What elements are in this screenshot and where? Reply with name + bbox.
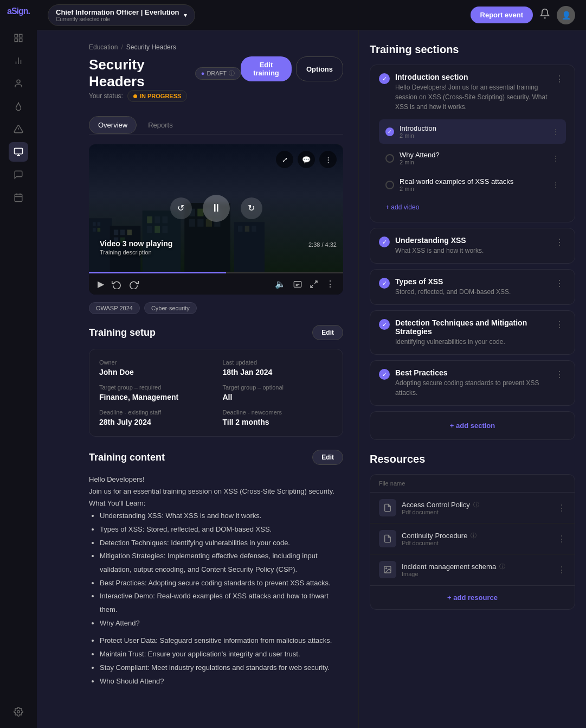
resource-incident-name: Incident management schema ⓘ bbox=[402, 563, 552, 571]
section-best-practices-desc: Adopting secure coding standards to prev… bbox=[395, 378, 548, 398]
edit-training-button[interactable]: Edit training bbox=[241, 56, 292, 81]
section-intro-info: Introduction section Hello Developers! J… bbox=[395, 73, 548, 112]
sub-intro-menu[interactable]: ⋮ bbox=[552, 127, 559, 136]
title-row: Security Headers ● DRAFT ⓘ bbox=[89, 56, 241, 90]
sidebar-item-education[interactable] bbox=[9, 142, 28, 162]
sidebar-item-messages[interactable] bbox=[9, 165, 28, 184]
sub-intro-title: Introduction bbox=[400, 124, 546, 132]
sidebar-item-analytics[interactable] bbox=[9, 51, 28, 71]
forward-bar-button[interactable] bbox=[129, 279, 139, 289]
resource-icon-pdf bbox=[379, 499, 396, 516]
video-center-controls: ↺ ⏸ ↻ bbox=[170, 195, 262, 222]
rewind-bar-button[interactable] bbox=[112, 279, 121, 289]
svg-rect-1 bbox=[20, 34, 22, 37]
volume-icon[interactable]: 🔈 bbox=[275, 279, 286, 289]
sidebar-item-warnings[interactable] bbox=[9, 119, 28, 139]
svg-rect-25 bbox=[120, 229, 125, 235]
section-types-menu[interactable]: ⋮ bbox=[553, 277, 566, 290]
sidebar-item-users[interactable] bbox=[9, 74, 28, 93]
page-header: Security Headers ● DRAFT ⓘ Your status: … bbox=[89, 56, 343, 110]
owner-label: Owner bbox=[99, 359, 210, 366]
role-selector[interactable]: Chief Information Officer | Everlution C… bbox=[48, 4, 195, 26]
sidebar-item-dashboard[interactable] bbox=[9, 28, 28, 48]
section-card-intro-header[interactable]: ✓ Introduction section Hello Developers!… bbox=[370, 65, 575, 119]
training-intro: Hello Developers! Join us for an essenti… bbox=[89, 474, 343, 509]
section-understanding-header[interactable]: ✓ Understanding XSS What XSS is and how … bbox=[370, 228, 575, 263]
section-intro-title: Introduction section bbox=[395, 73, 548, 81]
play-button[interactable]: ▶ bbox=[98, 279, 104, 289]
chat-icon[interactable]: 💬 bbox=[298, 151, 315, 168]
resource-continuity-menu[interactable]: ⋮ bbox=[557, 534, 566, 544]
training-setup-grid: Owner John Doe Last updated 18th Jan 202… bbox=[89, 349, 343, 437]
section-best-practices-header[interactable]: ✓ Best Practices Adopting secure coding … bbox=[370, 361, 575, 405]
training-content-header: Training content Edit bbox=[89, 450, 343, 465]
role-title: Chief Information Officer | Everlution bbox=[56, 8, 179, 16]
sidebar-item-calendar[interactable] bbox=[9, 188, 28, 207]
section-best-practices-menu[interactable]: ⋮ bbox=[553, 368, 566, 381]
subtitles-icon[interactable] bbox=[293, 280, 302, 289]
breadcrumb-parent[interactable]: Education bbox=[89, 43, 118, 51]
add-resource-button[interactable]: + add resource bbox=[370, 585, 575, 609]
add-section-label: + add section bbox=[450, 422, 495, 430]
avatar[interactable]: 👤 bbox=[557, 6, 575, 24]
sub-why-menu[interactable]: ⋮ bbox=[552, 154, 559, 163]
options-button[interactable]: Options bbox=[296, 56, 343, 81]
section-understanding-menu[interactable]: ⋮ bbox=[553, 236, 566, 248]
info-icon: ⓘ bbox=[229, 69, 235, 78]
section-types-header[interactable]: ✓ Types of XSS Stored, reflected, and DO… bbox=[370, 270, 575, 304]
status-dot bbox=[133, 94, 137, 98]
breadcrumb-current: Security Headers bbox=[126, 43, 176, 51]
sub-item-why-attend[interactable]: Why Attend? 2 min ⋮ bbox=[379, 146, 566, 170]
info-icon: ⓘ bbox=[471, 532, 476, 540]
report-event-button[interactable]: Report event bbox=[471, 7, 533, 23]
pause-button[interactable]: ⏸ bbox=[203, 195, 230, 222]
svg-rect-24 bbox=[114, 229, 118, 235]
training-content-edit-button[interactable]: Edit bbox=[312, 450, 343, 465]
add-video-link[interactable]: + add video bbox=[379, 199, 566, 215]
more-icon[interactable]: ⋮ bbox=[319, 151, 337, 168]
video-time: 2:38 / 4:32 bbox=[308, 241, 337, 248]
setup-deadline-newcomers: Deadline - newcomers Till 2 months bbox=[223, 409, 333, 426]
status-row: Your status: IN PROGRESS bbox=[89, 90, 241, 102]
svg-rect-3 bbox=[20, 39, 22, 42]
breadcrumb: Education / Security Headers bbox=[89, 43, 343, 51]
add-section-button[interactable]: + add section bbox=[370, 411, 575, 440]
svg-rect-47 bbox=[245, 226, 249, 232]
training-setup-edit-button[interactable]: Edit bbox=[312, 325, 343, 340]
sidebar-item-settings[interactable] bbox=[9, 702, 28, 721]
resource-access-menu[interactable]: ⋮ bbox=[557, 503, 566, 513]
video-now-playing: Video 3 now playing bbox=[100, 239, 172, 248]
svg-point-17 bbox=[17, 711, 20, 713]
resources-header: File name bbox=[370, 475, 575, 493]
video-top-icons: ⤢ 💬 ⋮ bbox=[276, 151, 337, 168]
section-detection-menu[interactable]: ⋮ bbox=[553, 318, 566, 331]
training-list-1: Understanding XSS: What XSS is and how i… bbox=[89, 509, 343, 630]
tab-overview[interactable]: Overview bbox=[89, 116, 137, 134]
video-progress-bar[interactable] bbox=[89, 272, 343, 273]
expand-icon[interactable]: ⤢ bbox=[276, 151, 293, 168]
draft-dot: ● bbox=[201, 70, 205, 76]
section-intro-menu[interactable]: ⋮ bbox=[553, 73, 566, 85]
training-setup-title: Training setup bbox=[89, 327, 156, 339]
list-item: Maintain Trust: Ensure your application'… bbox=[100, 648, 343, 661]
section-check-best-practices: ✓ bbox=[379, 369, 390, 380]
resource-incident-menu[interactable]: ⋮ bbox=[557, 565, 566, 575]
svg-rect-21 bbox=[93, 228, 96, 232]
training-content-section: Training content Edit Hello Developers! … bbox=[89, 450, 343, 688]
sub-item-introduction[interactable]: ✓ Introduction 2 min ⋮ bbox=[379, 119, 566, 144]
forward-button[interactable]: ↻ bbox=[241, 197, 262, 219]
sub-realworld-menu[interactable]: ⋮ bbox=[552, 181, 559, 189]
training-setup-header: Training setup Edit bbox=[89, 325, 343, 340]
setup-target-optional: Target group – optional All bbox=[223, 384, 333, 401]
bell-icon[interactable] bbox=[539, 8, 550, 22]
rewind-button[interactable]: ↺ bbox=[170, 197, 192, 219]
fullscreen-icon[interactable] bbox=[310, 280, 318, 289]
video-time-current: 2:38 bbox=[308, 241, 320, 248]
tab-reports[interactable]: Reports bbox=[139, 116, 182, 134]
section-detection-header[interactable]: ✓ Detection Techniques and Mitigation St… bbox=[370, 311, 575, 354]
resource-incident-type: Image bbox=[402, 571, 552, 577]
sidebar-item-fire[interactable] bbox=[9, 97, 28, 116]
sub-item-realworld[interactable]: Real-world examples of XSS attacks 2 min… bbox=[379, 173, 566, 197]
target-optional-value: All bbox=[223, 393, 333, 401]
options-icon[interactable]: ⋮ bbox=[326, 279, 334, 289]
